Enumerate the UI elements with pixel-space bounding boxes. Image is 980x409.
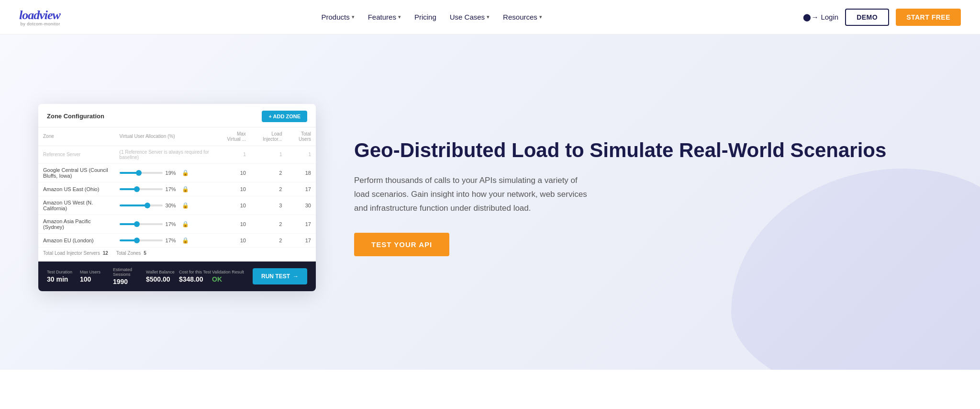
logo-sub: by dotcom-monitor [19,22,60,26]
zone-name: Amazon EU (London) [38,233,115,247]
footer-wallet-balance-label: Wallet Balance [146,270,179,274]
col-injector: Load Injector... [251,127,287,146]
table-row: Google Central US (Council Bluffs, Iowa)… [38,163,316,182]
run-test-arrow-icon: → [293,273,299,280]
zone-max: 10 [218,182,251,196]
nav-use-cases[interactable]: Use Cases ▾ [450,13,490,21]
ref-note: (1 Reference Server is always required f… [115,146,218,163]
footer-validation-value: OK [212,275,245,283]
footer-max-users-value: 100 [80,275,113,283]
products-chevron-icon: ▾ [352,14,355,20]
footer-estimated-sessions-label: Estimated Sessions [113,267,146,277]
mockup-footer: Test Duration 30 min Max Users 100 Estim… [38,261,316,291]
add-zone-button[interactable]: + ADD ZONE [262,111,307,122]
table-row: Amazon EU (London) 17% 🔒 10217 [38,233,316,247]
zone-injectors: 2 [251,215,287,233]
footer-validation: Validation Result OK [212,270,245,283]
demo-button[interactable]: DEMO [845,9,889,26]
zone-total: 17 [287,215,316,233]
table-row: Amazon Asia Pacific (Sydney) 17% 🔒 10217 [38,215,316,233]
nav-links: Products ▾ Features ▾ Pricing Use Cases … [321,13,542,21]
zone-injectors: 2 [251,233,287,247]
zone-slider-cell: 19% 🔒 [115,163,218,182]
zone-slider-cell: 17% 🔒 [115,233,218,247]
hero-heading: Geo-Distributed Load to Simulate Real-Wo… [354,138,942,162]
col-total: Total Users [287,127,316,146]
ref-zone: Reference Server [38,146,115,163]
col-allocation: Virtual User Allocation (%) [115,127,218,146]
zone-table-container: Zone Virtual User Allocation (%) Max Vir… [38,127,316,261]
lock-icon: 🔒 [182,221,189,227]
logo-main: loadview [19,8,60,23]
footer-test-duration-value: 30 min [47,275,80,283]
zone-name: Amazon US East (Ohio) [38,182,115,196]
zone-slider-cell: 30% 🔒 [115,196,218,215]
footer-wallet-balance: Wallet Balance $500.00 [146,270,179,283]
footer-test-duration-label: Test Duration [47,270,80,274]
hero-right: Geo-Distributed Load to Simulate Real-Wo… [316,138,942,256]
footer-validation-label: Validation Result [212,270,245,274]
zone-name: Google Central US (Council Bluffs, Iowa) [38,163,115,182]
nav-actions: ⬤→ Login DEMO START FREE [803,9,961,26]
login-icon: ⬤→ [803,13,818,22]
nav-resources[interactable]: Resources ▾ [503,13,542,21]
footer-max-users-label: Max Users [80,270,113,274]
zone-max: 10 [218,196,251,215]
zone-max: 10 [218,163,251,182]
ref-injectors: 1 [251,146,287,163]
nav-products[interactable]: Products ▾ [321,13,354,21]
total-injectors-label: Total Load Injector Servers [43,250,100,256]
total-zones-label: Total Zones [116,250,141,256]
nav-pricing[interactable]: Pricing [414,13,436,21]
zone-max: 10 [218,233,251,247]
lock-icon: 🔒 [182,186,189,193]
zone-total: 17 [287,182,316,196]
lock-icon: 🔒 [182,202,189,209]
test-api-button[interactable]: TEST YOUR API [354,233,449,256]
table-row: Amazon US West (N. California) 30% 🔒 103… [38,196,316,215]
col-zone: Zone [38,127,115,146]
footer-cost: Cost for this Test $348.00 [179,270,212,283]
lock-icon: 🔒 [182,170,189,176]
zone-slider-cell: 17% 🔒 [115,182,218,196]
mockup-header: Zone Configuration + ADD ZONE [38,104,316,127]
footer-cost-label: Cost for this Test [179,270,212,274]
total-zones-value: 5 [144,250,146,256]
zone-injectors: 2 [251,163,287,182]
zone-injectors: 3 [251,196,287,215]
zone-total: 17 [287,233,316,247]
totals-row: Total Load Injector Servers 12 Total Zon… [38,248,316,258]
footer-estimated-sessions: Estimated Sessions 1990 [113,267,146,285]
logo[interactable]: loadview by dotcom-monitor [19,8,60,26]
lock-icon: 🔒 [182,237,189,244]
start-free-button[interactable]: START FREE [896,9,961,26]
ref-total: 1 [287,146,316,163]
hero-left: Zone Configuration + ADD ZONE Zone Virtu… [38,104,316,291]
zone-max: 10 [218,215,251,233]
login-button[interactable]: ⬤→ Login [803,13,838,22]
zone-total: 30 [287,196,316,215]
features-chevron-icon: ▾ [398,14,401,20]
use-cases-chevron-icon: ▾ [487,14,490,20]
hero-section: Zone Configuration + ADD ZONE Zone Virtu… [0,34,980,370]
col-max: Max Virtual ... [218,127,251,146]
zone-name: Amazon Asia Pacific (Sydney) [38,215,115,233]
table-row-reference: Reference Server (1 Reference Server is … [38,146,316,163]
zone-name: Amazon US West (N. California) [38,196,115,215]
footer-estimated-sessions-value: 1990 [113,278,146,285]
nav-features[interactable]: Features ▾ [368,13,401,21]
mockup-title: Zone Configuration [47,113,104,120]
navbar: loadview by dotcom-monitor Products ▾ Fe… [0,0,980,34]
mockup-card: Zone Configuration + ADD ZONE Zone Virtu… [38,104,316,291]
footer-wallet-balance-value: $500.00 [146,275,179,283]
ref-max: 1 [218,146,251,163]
footer-max-users: Max Users 100 [80,270,113,283]
hero-body: Perform thousands of calls to your APIs … [354,174,593,216]
table-row: Amazon US East (Ohio) 17% 🔒 10217 [38,182,316,196]
zone-total: 18 [287,163,316,182]
zone-slider-cell: 17% 🔒 [115,215,218,233]
footer-test-duration: Test Duration 30 min [47,270,80,283]
footer-cost-value: $348.00 [179,275,212,283]
run-test-button[interactable]: RUN TEST → [253,268,307,284]
total-injectors-value: 12 [103,250,108,256]
